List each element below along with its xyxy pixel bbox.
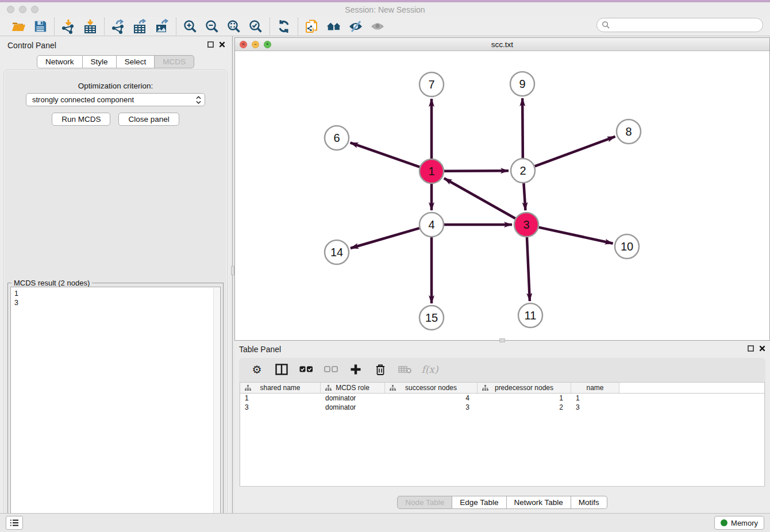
column-header-filler [619,383,764,393]
deselect-all-columns-icon[interactable] [324,362,338,377]
graph-node-2[interactable]: 2 [511,159,535,183]
graph-edge-3-1[interactable] [444,178,515,218]
mcds-result-line: 1 [14,289,217,298]
search-input[interactable] [613,20,763,31]
graph-edge-1-2[interactable] [444,171,509,171]
zoom-selected-icon[interactable] [248,18,264,34]
optimization-criterion-select[interactable]: strongly connected component [26,93,205,106]
export-image-icon[interactable] [154,18,170,34]
column-header-predecessor-nodes[interactable]: predecessor nodes [478,383,571,393]
column-header-successor-nodes[interactable]: successor nodes [385,383,478,393]
table-cell[interactable]: dominator [321,394,385,403]
home-layout-icon[interactable] [326,18,342,34]
save-session-icon[interactable] [32,18,48,34]
graph-node-15[interactable]: 15 [419,306,444,330]
network-graph[interactable]: 7968124314101511 [235,51,769,340]
graph-node-9[interactable]: 9 [510,72,534,96]
table-tab-edge-table[interactable]: Edge Table [452,496,506,509]
function-builder-icon[interactable]: f(x) [422,362,437,377]
graph-node-8[interactable]: 8 [617,119,641,144]
graph-node-10[interactable]: 10 [615,234,639,259]
graph-node-label: 3 [523,218,529,231]
table-cell[interactable]: 1 [478,394,571,403]
graph-node-1[interactable]: 1 [419,159,444,183]
graph-node-label: 9 [519,78,525,90]
table-cell[interactable]: 4 [385,394,478,403]
split-columns-icon[interactable] [274,362,289,377]
hide-details-icon[interactable] [348,18,364,34]
graph-edge-3-10[interactable] [538,228,613,244]
graph-node-4[interactable]: 4 [419,213,444,237]
tab-style[interactable]: Style [83,55,117,68]
export-table-icon[interactable] [132,18,148,34]
table-settings-icon[interactable]: ⚙ [249,362,264,377]
window-title: Session: New Session [0,5,770,14]
mcds-result-title: MCDS result (2 nodes) [11,279,92,287]
export-network-icon[interactable] [110,18,126,34]
table-cell[interactable]: dominator [321,403,385,412]
clone-network-icon[interactable] [304,18,320,34]
column-header-MCDS-role[interactable]: MCDS role [321,383,385,393]
table-cell[interactable]: 3 [571,403,619,412]
task-history-button[interactable] [6,516,23,530]
zoom-in-icon[interactable] [182,18,198,34]
table-cell[interactable]: 3 [240,403,321,412]
graph-edge-2-9[interactable] [522,98,523,158]
graph-node-11[interactable]: 11 [518,303,542,327]
close-panel-icon[interactable] [219,41,225,48]
open-session-icon[interactable] [10,18,26,34]
mcds-result-line: 3 [14,298,217,307]
run-mcds-button[interactable]: Run MCDS [52,113,110,126]
mcds-result-textarea[interactable]: 13 [10,287,221,531]
delete-table-icon[interactable] [398,362,413,377]
graph-node-6[interactable]: 6 [325,126,349,150]
table-tab-node-table[interactable]: Node Table [397,496,452,509]
table-cell[interactable]: 1 [240,394,321,403]
tab-select[interactable]: Select [117,55,155,68]
network-canvas[interactable]: 7968124314101511 [235,51,769,340]
tab-mcds[interactable]: MCDS [155,55,194,68]
table-tab-network-table[interactable]: Network Table [507,496,571,509]
graph-node-label: 10 [621,240,633,253]
select-all-columns-icon[interactable] [299,362,314,377]
close-panel-button[interactable]: Close panel [118,113,179,126]
import-network-icon[interactable] [60,18,76,34]
table-row[interactable]: 1dominator411 [240,394,764,403]
search-box[interactable] [596,18,763,32]
tab-network[interactable]: Network [37,55,83,68]
main-titlebar: × − + Session: New Session [0,2,770,17]
zoom-fit-icon[interactable] [226,18,242,34]
memory-status-icon [721,519,727,526]
graph-node-14[interactable]: 14 [325,240,349,264]
zoom-out-icon[interactable] [204,18,220,34]
close-table-panel-icon[interactable] [759,345,765,352]
graph-node-label: 1 [428,165,434,178]
table-cell[interactable]: 3 [385,403,478,412]
table-row[interactable]: 3dominator323 [240,403,764,412]
graph-edge-2-8[interactable] [535,137,615,167]
column-header-shared-name[interactable]: shared name [240,383,321,393]
float-table-panel-icon[interactable] [748,345,754,352]
graph-node-3[interactable]: 3 [514,213,538,237]
graph-edge-4-14[interactable] [351,228,419,248]
add-column-icon[interactable] [348,362,363,377]
table-cell[interactable]: 2 [478,403,571,412]
show-details-icon[interactable] [369,18,386,34]
graph-node-7[interactable]: 7 [419,72,444,97]
graph-edge-3-11[interactable] [527,237,530,301]
table-tabs: Node TableEdge TableNetwork TableMotifs [397,496,607,509]
result-scrollbar[interactable] [213,288,220,530]
table-tab-motifs[interactable]: Motifs [571,496,607,509]
memory-button[interactable]: Memory [714,516,764,530]
graph-edge-1-6[interactable] [351,142,420,167]
refresh-icon[interactable] [276,18,292,34]
application-window: × − + Session: New Session [0,0,770,532]
delete-column-icon[interactable] [373,362,388,377]
graph-edge-2-3[interactable] [523,183,525,210]
float-panel-icon[interactable] [207,41,214,48]
graph-node-label: 14 [330,246,343,259]
import-table-icon[interactable] [82,18,98,34]
column-header-name[interactable]: name [571,383,619,393]
table-cell[interactable]: 1 [571,394,619,403]
node-table[interactable]: shared nameMCDS rolesuccessor nodesprede… [240,382,765,487]
